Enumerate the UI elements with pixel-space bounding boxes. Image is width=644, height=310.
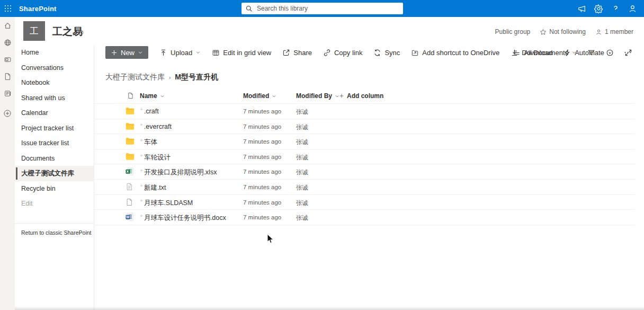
modified-by-column-header[interactable]: Modified By [296, 92, 339, 100]
edit-grid-view-button[interactable]: Edit in grid view [212, 46, 271, 59]
news-icon[interactable] [0, 85, 15, 102]
account-icon[interactable] [624, 0, 641, 17]
copy-link-button[interactable]: Copy link [323, 46, 362, 59]
sidebar-item-0[interactable]: Home [15, 45, 94, 60]
sidebar-item-7[interactable]: Documents [15, 151, 94, 166]
view-list-icon [513, 49, 521, 57]
folder-icon [126, 153, 135, 163]
home-icon[interactable] [0, 17, 15, 34]
bottom-shadow [15, 306, 644, 310]
breadcrumb: 大橙子测试文件库 › M型号直升机 [105, 73, 218, 82]
sync-icon [373, 49, 381, 57]
sidebar-item-5[interactable]: Project tracker list [15, 121, 94, 136]
new-item-sparkle-icon: ✧ [140, 154, 143, 157]
file-icon [126, 198, 133, 208]
file-row-2[interactable]: ✧车体 7 minutes ago 张诚 [94, 134, 635, 149]
page-icon[interactable] [0, 68, 15, 85]
help-icon[interactable] [607, 0, 624, 17]
table-header: Name Modified Modified By Add column [94, 89, 635, 103]
new-item-sparkle-icon: ✧ [140, 214, 143, 218]
new-item-sparkle-icon: ✧ [140, 138, 143, 142]
upload-icon [159, 49, 167, 57]
sidebar-item-3[interactable]: Shared with us [15, 91, 94, 106]
upload-button[interactable]: Upload [159, 46, 201, 59]
command-bar: New Upload Edit in grid view Share Copy … [94, 45, 644, 60]
sync-button[interactable]: Sync [373, 46, 400, 59]
site-classification-icon [78, 28, 84, 38]
info-button[interactable] [602, 46, 618, 59]
share-button[interactable]: Share [282, 46, 312, 59]
chevron-down-icon [138, 50, 143, 55]
return-classic-link[interactable]: Return to classic SharePoint [15, 223, 94, 236]
mouse-cursor [267, 234, 274, 244]
sidebar-item-6[interactable]: Issue tracker list [15, 136, 94, 151]
filter-button[interactable] [583, 46, 600, 59]
search-input[interactable] [257, 5, 399, 12]
new-item-sparkle-icon: ✧ [140, 199, 143, 202]
chevron-down-icon [160, 94, 165, 99]
new-item-sparkle-icon: ✧ [140, 184, 143, 188]
expand-button[interactable] [620, 46, 637, 59]
file-row-0[interactable]: ✧.craft 7 minutes ago 张诚 [94, 103, 635, 119]
add-circle-icon[interactable] [0, 105, 15, 122]
file-row-7[interactable]: W ✧月球车设计任务说明书.docx 7 minutes ago 张诚 [94, 209, 635, 225]
search-box[interactable] [241, 3, 403, 14]
star-icon [540, 29, 547, 36]
file-row-6[interactable]: ✧月球车.SLDASM 7 minutes ago 张诚 [94, 194, 635, 210]
expand-diagonal-icon [624, 49, 632, 57]
folder-icon [126, 107, 135, 117]
sidebar-item-4[interactable]: Calendar [15, 105, 94, 121]
file-row-3[interactable]: ✧车轮设计 7 minutes ago 张诚 [94, 149, 635, 164]
sidebar-item-2[interactable]: Notebook [15, 75, 94, 91]
sidebar-item-1[interactable]: Conversations [15, 60, 94, 76]
chevron-down-icon [272, 94, 276, 99]
sidebar-item-8[interactable]: 大橙子测试文件库 [15, 166, 94, 181]
add-column-button[interactable]: Add column [339, 92, 383, 100]
card-icon[interactable] [0, 51, 15, 68]
sidebar-item-10[interactable]: Edit [15, 196, 94, 211]
site-nav: Home Conversations Notebook Shared with … [15, 45, 94, 310]
breadcrumb-separator: › [169, 75, 171, 81]
modified-column-header[interactable]: Modified [243, 92, 276, 100]
app-launcher-icon[interactable] [0, 0, 16, 17]
breadcrumb-parent-link[interactable]: 大橙子测试文件库 [105, 73, 165, 82]
info-icon [606, 49, 614, 57]
globe-icon[interactable] [0, 34, 15, 51]
site-logo[interactable]: 工 [23, 21, 45, 41]
file-list: Name Modified Modified By Add column ✧.c… [94, 89, 635, 225]
search-icon [246, 5, 253, 12]
add-shortcut-button[interactable]: Add shortcut to OneDrive [411, 46, 499, 59]
svg-text:W: W [126, 215, 130, 219]
link-icon [323, 49, 331, 57]
app-title[interactable]: SharePoint [19, 5, 57, 13]
plus-icon [339, 93, 344, 99]
view-selector-button[interactable]: All Documents [508, 46, 581, 59]
site-header: 工 工之易 Public group Not following 1 membe… [15, 17, 644, 45]
share-icon [282, 49, 290, 57]
filter-icon [587, 49, 595, 57]
person-icon [595, 29, 602, 36]
follow-button[interactable]: Not following [540, 28, 586, 36]
chevron-down-icon [571, 50, 577, 55]
name-column-header[interactable]: Name [140, 92, 165, 100]
app-rail [0, 17, 15, 310]
add-shortcut-icon [411, 49, 419, 57]
megaphone-icon[interactable] [573, 0, 590, 17]
txt-icon [126, 183, 133, 193]
file-row-5[interactable]: ✧新建.txt 7 minutes ago 张诚 [94, 179, 635, 194]
docx-icon: W [126, 213, 133, 223]
gear-icon[interactable] [590, 0, 607, 17]
file-row-4[interactable]: ✧开发接口及排期说明.xlsx 7 minutes ago 张诚 [94, 164, 635, 179]
file-row-1[interactable]: ✧.evercraft 7 minutes ago 张诚 [94, 119, 635, 134]
breadcrumb-current: M型号直升机 [175, 73, 218, 82]
file-type-column-header[interactable] [127, 92, 134, 99]
new-item-sparkle-icon: ✧ [140, 123, 143, 127]
members-button[interactable]: 1 member [595, 28, 633, 36]
plus-icon [111, 49, 118, 56]
new-item-sparkle-icon: ✧ [140, 169, 143, 172]
new-item-sparkle-icon: ✧ [140, 108, 143, 111]
new-button[interactable]: New [105, 46, 148, 59]
document-icon [127, 92, 134, 99]
sidebar-item-9[interactable]: Recycle bin [15, 181, 94, 197]
privacy-label: Public group [495, 28, 531, 36]
